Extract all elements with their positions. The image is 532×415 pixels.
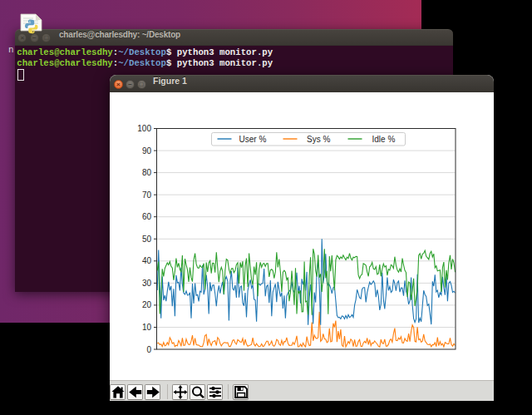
svg-text:Idle %: Idle % [372, 134, 395, 143]
svg-text:Sys %: Sys % [307, 134, 330, 143]
svg-text:0: 0 [146, 344, 151, 353]
svg-text:30: 30 [141, 278, 151, 287]
svg-text:80: 80 [141, 168, 151, 177]
svg-text:40: 40 [141, 256, 151, 265]
svg-text:50: 50 [141, 234, 151, 243]
svg-text:10: 10 [141, 323, 151, 332]
svg-text:60: 60 [141, 212, 151, 221]
svg-text:70: 70 [141, 190, 151, 199]
svg-text:20: 20 [141, 300, 151, 309]
svg-text:90: 90 [141, 146, 151, 155]
svg-text:User %: User % [239, 134, 266, 143]
svg-text:100: 100 [137, 124, 151, 133]
